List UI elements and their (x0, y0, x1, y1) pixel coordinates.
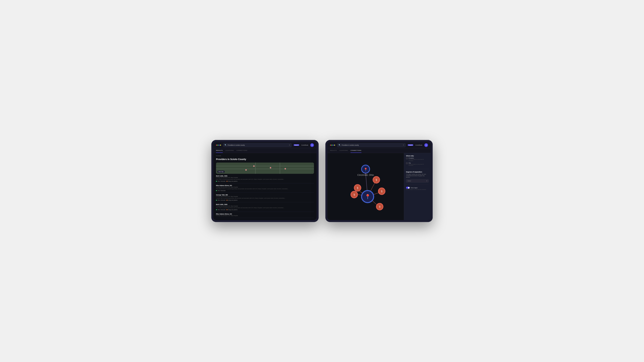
tag-telehealth-4: Offers Telehealth (216, 209, 226, 210)
search-icon: 🔍 (338, 144, 340, 146)
degrees-title: Degrees of separation: (406, 171, 429, 173)
right-search-badge[interactable]: Search (408, 144, 413, 146)
result-tags-4: Offers Telehealth Taking new patients (216, 209, 314, 210)
providers-checkbox-row: Providers Short description no more than… (406, 157, 429, 162)
tab-locations[interactable]: LOCATIONS (226, 148, 234, 153)
degrees-select[interactable]: Select ▾ (406, 179, 429, 183)
providers-label-group: Providers Short description no more than… (408, 157, 429, 162)
tag-dot (216, 181, 217, 182)
city-label-group: City Short description no more than 55 c… (408, 162, 429, 166)
result-name-2[interactable]: Rita Adams-Slone, DO (216, 185, 314, 186)
left-tablet: 🔍 Providers in scioto county ✕ Search Co… (211, 140, 319, 222)
connections-sidebar: Show only: Providers Short description n… (404, 153, 431, 220)
show-only-section: Show only: Providers Short description n… (406, 155, 429, 167)
city-desc: Short description no more than 55 charac… (408, 164, 429, 166)
show-edges-toggle[interactable] (406, 187, 410, 189)
result-subtitle-3: Primary care provider at St. Mary Hospit… (216, 196, 314, 197)
city-label: City (408, 162, 429, 164)
show-edges-section: Show edges: Short description no more th… (406, 187, 429, 190)
result-tags-2: Offers Telehealth (216, 190, 314, 191)
result-desc-4: Bob Cobb is a practicing primary care pr… (216, 207, 314, 209)
right-search-text: Providers in scioto county (342, 144, 402, 146)
tag-telehealth-3: Offers Telehealth (216, 200, 226, 201)
tag-label: Offers Telehealth (217, 209, 226, 210)
show-edges-label: Show edges: (410, 187, 418, 189)
tag-dot (216, 200, 217, 201)
tab-results[interactable]: RESULTS (216, 148, 223, 153)
tag-label: Offers Telehealth (217, 200, 226, 201)
tag-label: Offers Telehealth (217, 181, 226, 182)
result-name-1[interactable]: Bob Cobb, CMS (216, 175, 314, 177)
result-desc-2: Rita Adams-Slone is a practicing primary… (216, 188, 314, 190)
tab-connections[interactable]: CONNECTIONS (236, 148, 247, 153)
map-pin-2 (270, 167, 271, 168)
map-road-v1 (255, 163, 256, 174)
result-subtitle-5: Primary care provider at St. Mary Hospit… (216, 215, 314, 216)
left-content: 6 results Providers in Scioto County (213, 153, 317, 220)
node-label-cincinnati: Cincinnati, Ohio (358, 174, 374, 176)
right-search-bar[interactable]: 🔍 Providers in scioto county ✕ (337, 143, 406, 147)
search-badge[interactable]: Search (294, 144, 299, 146)
select-label: Select (408, 180, 411, 182)
right-avatar[interactable]: S (424, 143, 428, 147)
graph-svg: 📍 Cincinnati, Ohio ⚕ ⚕ ⚕ ⚕ 📍 (327, 153, 404, 220)
result-tags-3: Offers Telehealth Taking new patients (216, 200, 314, 201)
left-tabs: RESULTS LOCATIONS CONNECTIONS (213, 148, 317, 153)
result-subtitle-4: Primary care provider at St. Mary Hospit… (216, 205, 314, 207)
logo-dot-green (332, 145, 332, 146)
map-road-h1 (216, 166, 314, 166)
right-tab-results[interactable]: RESULTS (330, 148, 337, 153)
search-clear-icon[interactable]: ✕ (289, 144, 290, 146)
map-container: View map (216, 163, 314, 174)
tag-newpatients-3: Taking new patients (226, 200, 238, 201)
map-pin-3 (245, 169, 247, 171)
providers-label: Providers (408, 157, 429, 159)
right-tab-locations[interactable]: LOCATIONS (340, 148, 348, 153)
svg-text:⚕: ⚕ (379, 205, 381, 209)
left-search-bar[interactable]: 🔍 Providers in scioto county ✕ (223, 143, 292, 147)
tag-label: Taking new patients (228, 209, 238, 210)
result-name-3[interactable]: George Tabi, MD (216, 194, 314, 196)
tag-label: Offers Telehealth (217, 190, 226, 191)
logo-dot-blue (333, 145, 334, 146)
right-contribute-button[interactable]: Contribute (415, 144, 422, 146)
result-tags-1: Offers Telehealth Taking new patients (216, 181, 314, 182)
providers-checkbox[interactable] (406, 158, 408, 159)
city-checkbox-row: City Short description no more than 55 c… (406, 162, 429, 166)
logo (216, 145, 221, 146)
city-checkbox[interactable] (406, 162, 408, 164)
result-item-4: Bob Cobb, CMS Primary care provider at S… (216, 204, 314, 212)
map-bg: View map (216, 163, 314, 174)
tag-dot (226, 200, 228, 201)
logo-dot-yellow (220, 145, 221, 146)
left-contribute-button[interactable]: Contribute (301, 144, 308, 146)
result-subtitle-1: Primary care provider at St. Mary Hospit… (216, 177, 314, 178)
tag-dot (216, 209, 217, 210)
degrees-section: Degrees of separation: The higher number… (406, 171, 429, 183)
logo-dot-red (330, 145, 331, 146)
result-name-4[interactable]: Bob Cobb, CMS (216, 204, 314, 205)
view-map-button[interactable]: View map (217, 171, 224, 173)
right-header: 🔍 Providers in scioto county ✕ Search Co… (327, 142, 431, 148)
left-header: 🔍 Providers in scioto county ✕ Search Co… (213, 142, 317, 148)
search-text: Providers in scioto county (228, 144, 288, 146)
chevron-down-icon: ▾ (426, 180, 427, 182)
show-edges-desc: Short description no more than 55 charac… (406, 189, 429, 190)
result-name-5[interactable]: Rita Adams-Slone, DO (216, 213, 314, 215)
tag-dot (226, 209, 228, 210)
logo-dot-yellow (334, 145, 335, 146)
right-search-clear-icon[interactable]: ✕ (403, 144, 404, 146)
divider-1 (406, 169, 429, 169)
svg-text:⚕: ⚕ (357, 186, 358, 190)
svg-text:⚕: ⚕ (376, 178, 377, 182)
result-item-5: Rita Adams-Slone, DO Primary care provid… (216, 213, 314, 218)
right-tab-connections[interactable]: CONNECTIONS (350, 148, 362, 153)
tag-newpatients-4: Taking new patients (226, 209, 238, 210)
left-screen: 🔍 Providers in scioto county ✕ Search Co… (213, 142, 317, 220)
scene: 🔍 Providers in scioto county ✕ Search Co… (201, 126, 443, 236)
left-avatar[interactable]: S (310, 143, 314, 147)
result-desc-1: Bob Cobb is a practicing primary care pr… (216, 178, 314, 180)
tag-label: Taking new patients (228, 200, 238, 201)
right-screen: 🔍 Providers in scioto county ✕ Search Co… (327, 142, 431, 220)
map-road-h2 (216, 169, 314, 169)
